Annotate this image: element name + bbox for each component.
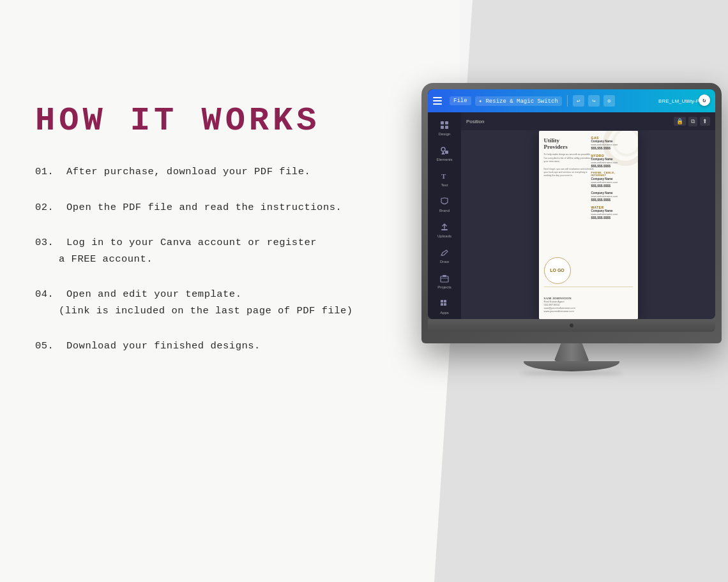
utility-other: Company Name www.websitename.com $$$,$$$… bbox=[591, 191, 633, 202]
doc-body-text2: Don't forget, you can call in advance an… bbox=[544, 168, 595, 177]
sidebar-label-elements: Elements bbox=[436, 158, 452, 161]
lock-icon[interactable]: 🔒 bbox=[674, 117, 686, 126]
sidebar-label-projects: Projects bbox=[437, 285, 451, 289]
sidebar-item-uploads[interactable]: Uploads bbox=[432, 218, 457, 241]
svg-rect-10 bbox=[441, 276, 448, 282]
sidebar-item-text[interactable]: T Text bbox=[432, 167, 457, 190]
hydro-price: $$$,$$$.$$$$ bbox=[591, 164, 633, 168]
step-3-line2: a FREE account. bbox=[35, 251, 390, 268]
monitor-stand-shadow bbox=[520, 371, 623, 375]
utility-phone: PHONE, CABLE,INTERNET Company Name www.w… bbox=[591, 172, 633, 188]
utility-hydro: HYDRO Company Name www.websitename.com $… bbox=[591, 154, 633, 168]
doc-divider-line bbox=[544, 287, 633, 287]
list-item: 02. Open the PDF file and read the instr… bbox=[35, 200, 390, 216]
doc-agent-section: SAM JOHNSTON Real Estate Agent 555.987.0… bbox=[544, 297, 586, 313]
svg-rect-11 bbox=[443, 275, 446, 277]
brand-icon bbox=[439, 196, 450, 207]
list-item: 03. Log in to your Canva account or regi… bbox=[35, 235, 390, 267]
toolbar-position-label: Position bbox=[466, 119, 484, 124]
redo-icon[interactable]: ↪ bbox=[588, 95, 600, 107]
undo-icon[interactable]: ↩ bbox=[573, 95, 584, 107]
svg-rect-8 bbox=[441, 229, 448, 230]
sidebar-label-apps: Apps bbox=[440, 311, 449, 315]
svg-rect-2 bbox=[441, 126, 444, 129]
monitor-logo bbox=[570, 324, 573, 327]
water-price: $$$,$$$.$$$$ bbox=[591, 216, 633, 220]
step-1-text: 01. After purchase, download your PDF fi… bbox=[35, 164, 390, 181]
timer-icon[interactable]: ⊙ bbox=[603, 95, 615, 107]
list-item: 01. After purchase, download your PDF fi… bbox=[35, 164, 390, 181]
apps-icon bbox=[439, 298, 450, 310]
sidebar-label-design: Design bbox=[439, 132, 451, 136]
sidebar-label-brand: Brand bbox=[439, 209, 450, 213]
svg-rect-0 bbox=[441, 121, 444, 124]
draw-icon bbox=[439, 247, 450, 258]
step-3-line1: 03. Log in to your Canva account or regi… bbox=[35, 235, 390, 251]
step-2-text: 02. Open the PDF file and read the instr… bbox=[35, 200, 390, 216]
elements-icon bbox=[439, 145, 450, 156]
sidebar-item-apps[interactable]: Apps bbox=[432, 295, 457, 318]
monitor-stand-neck bbox=[554, 343, 589, 361]
svg-rect-12 bbox=[441, 300, 443, 302]
projects-icon bbox=[439, 272, 450, 284]
list-item: 04. Open and edit your template. (link i… bbox=[35, 287, 390, 319]
canva-topbar: File ✦ Resize & Magic Switch ↩ ↪ ⊙ BRE_L… bbox=[428, 89, 715, 112]
menu-icon[interactable] bbox=[433, 94, 446, 107]
doc-body-text: To help make things as smooth as possibl… bbox=[544, 153, 595, 164]
doc-utilities-column: GAS Company Name www.websitename.com $$$… bbox=[591, 136, 633, 224]
svg-rect-5 bbox=[445, 151, 448, 154]
sidebar-item-projects[interactable]: Projects bbox=[432, 269, 457, 292]
canva-sidebar: Design bbox=[428, 112, 461, 319]
design-document: UtilityProviders To help make things as … bbox=[539, 131, 638, 319]
monitor-screen: File ✦ Resize & Magic Switch ↩ ↪ ⊙ BRE_L… bbox=[428, 89, 715, 319]
canva-canvas-area: Position 🔒 ⧉ ⬆ bbox=[461, 112, 715, 319]
svg-rect-1 bbox=[445, 121, 448, 124]
page-title: HOW IT WORKS bbox=[35, 102, 390, 140]
monitor: File ✦ Resize & Magic Switch ↩ ↪ ⊙ BRE_L… bbox=[421, 83, 722, 375]
svg-rect-3 bbox=[445, 126, 448, 129]
sidebar-label-text: Text bbox=[441, 183, 448, 187]
doc-logo: LO GO bbox=[544, 257, 571, 284]
file-button[interactable]: File bbox=[450, 96, 471, 105]
sidebar-item-elements[interactable]: Elements bbox=[432, 142, 457, 165]
phone-label: PHONE, CABLE,INTERNET bbox=[591, 172, 633, 178]
step-4-line1: 04. Open and edit your template. bbox=[35, 287, 390, 303]
content-left: HOW IT WORKS 01. After purchase, downloa… bbox=[0, 0, 415, 582]
doc-title: UtilityProviders bbox=[544, 137, 595, 151]
canva-toolbar: Position 🔒 ⧉ ⬆ bbox=[461, 112, 715, 130]
duplicate-icon[interactable]: ⧉ bbox=[688, 117, 697, 126]
svg-point-4 bbox=[441, 147, 445, 151]
svg-rect-15 bbox=[444, 303, 446, 306]
monitor-frame: File ✦ Resize & Magic Switch ↩ ↪ ⊙ BRE_L… bbox=[421, 83, 722, 343]
sidebar-label-uploads: Uploads bbox=[437, 234, 451, 238]
step-4-line2: (link is included on the last page of PD… bbox=[35, 303, 390, 320]
sidebar-item-draw[interactable]: Draw bbox=[432, 244, 457, 267]
monitor-chin bbox=[428, 319, 715, 332]
steps-list: 01. After purchase, download your PDF fi… bbox=[35, 164, 390, 355]
svg-rect-14 bbox=[441, 303, 443, 306]
share-icon[interactable]: ⬆ bbox=[700, 117, 710, 126]
other-price: $$$,$$$.$$$$ bbox=[591, 198, 633, 202]
canvas-scroll-area[interactable]: UtilityProviders To help make things as … bbox=[461, 130, 715, 319]
uploads-icon bbox=[439, 221, 450, 233]
magic-switch-button[interactable]: ✦ Resize & Magic Switch bbox=[475, 96, 562, 106]
agent-web: www.yourrealtorname.com bbox=[544, 310, 586, 313]
gas-price: $$$,$$$.$$$$ bbox=[591, 146, 633, 150]
list-item: 05. Download your finished designs. bbox=[35, 338, 390, 355]
sidebar-item-design[interactable]: Design bbox=[432, 116, 457, 139]
sidebar-item-brand[interactable]: Brand bbox=[432, 193, 457, 216]
utility-gas: GAS Company Name www.websitename.com $$$… bbox=[591, 136, 633, 150]
canva-main: Design bbox=[428, 112, 715, 319]
utility-water: WATER Company Name www.websitename.com $… bbox=[591, 205, 633, 220]
step-5-text: 05. Download your finished designs. bbox=[35, 338, 390, 355]
text-icon: T bbox=[439, 170, 450, 182]
svg-marker-6 bbox=[441, 151, 445, 154]
svg-text:T: T bbox=[441, 172, 446, 180]
canva-ui: File ✦ Resize & Magic Switch ↩ ↪ ⊙ BRE_L… bbox=[428, 89, 715, 319]
topbar-divider bbox=[567, 95, 568, 107]
monitor-stand-base bbox=[524, 361, 619, 371]
design-doc-inner: UtilityProviders To help make things as … bbox=[539, 131, 638, 319]
design-icon bbox=[439, 119, 450, 131]
logo-text: LO GO bbox=[550, 268, 565, 273]
computer-mockup: File ✦ Resize & Magic Switch ↩ ↪ ⊙ BRE_L… bbox=[409, 83, 728, 375]
